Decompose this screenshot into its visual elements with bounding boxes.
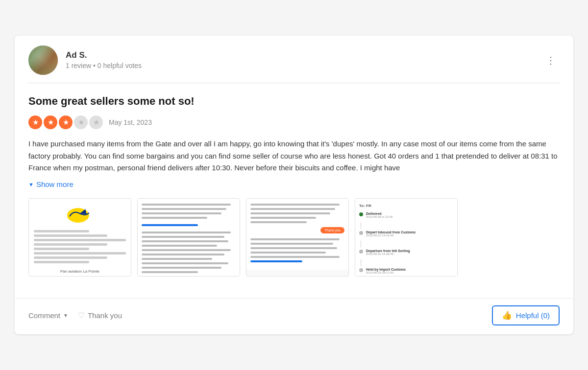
footer-left-actions: Comment ▼ ♡ Thank you	[28, 311, 122, 320]
tracking-dot-gray-2	[359, 250, 363, 254]
review-card: Ad S. 1 review • 0 helpful votes ⋮ Some …	[15, 36, 573, 334]
tracking-item-2: Départ Inbound from Customs 2013-06-22 1…	[359, 231, 453, 237]
dispute-chat-image	[138, 199, 240, 277]
comment-button[interactable]: Comment ▼	[28, 311, 68, 320]
star-1: ★	[28, 116, 42, 129]
star-5: ★	[89, 116, 103, 129]
tracking-image: To: FR Delivered 2013-06-26 m 11:49	[355, 199, 457, 277]
tracking-item-delivered: Delivered 2013-06-26 m 11:49	[359, 212, 453, 218]
review-image-3[interactable]: Thank you	[246, 198, 349, 277]
tracking-item-4: Held by Import Customs 2013-06-22 09:17:…	[359, 268, 453, 274]
rating-row: ★ ★ ★ ★ ★ May 1st, 2023	[28, 116, 560, 129]
star-3: ★	[59, 116, 73, 129]
star-2: ★	[44, 116, 57, 129]
user-text: Ad S. 1 review • 0 helpful votes	[66, 50, 142, 69]
show-more-label: Show more	[36, 180, 74, 188]
avatar	[28, 46, 58, 75]
star-rating: ★ ★ ★ ★ ★	[28, 116, 103, 129]
laposte-footer-label: Pari aviation La Pointe	[60, 269, 99, 274]
user-meta: 1 review • 0 helpful votes	[66, 62, 142, 69]
helpful-button[interactable]: 👍 Helpful (0)	[492, 305, 560, 325]
review-footer: Comment ▼ ♡ Thank you 👍 Helpful (0)	[15, 298, 573, 334]
tracking-dot-gray-1	[359, 231, 363, 235]
review-image-2[interactable]	[137, 198, 240, 277]
helpful-label: Helpful (0)	[516, 311, 550, 320]
review-image-4[interactable]: To: FR Delivered 2013-06-26 m 11:49	[355, 198, 458, 277]
review-date: May 1st, 2023	[109, 118, 152, 126]
user-header: Ad S. 1 review • 0 helpful votes ⋮	[15, 36, 573, 83]
review-images: Pari aviation La Pointe	[28, 198, 560, 277]
laposte-content	[34, 230, 126, 265]
user-name: Ad S.	[66, 50, 142, 60]
thankyou-chat-image: Thank you	[246, 199, 348, 270]
review-text: I have purchased many items from the Gat…	[28, 138, 560, 174]
more-options-button[interactable]: ⋮	[542, 51, 560, 69]
thumbs-up-icon: 👍	[502, 310, 512, 321]
chevron-down-icon: ▼	[63, 313, 68, 318]
thank-you-bubble: Thank you	[320, 227, 344, 233]
tracking-dot-green	[359, 212, 363, 216]
star-4: ★	[74, 116, 88, 129]
laposte-logo-icon	[65, 206, 95, 225]
heart-icon: ♡	[78, 311, 85, 320]
comment-label: Comment	[28, 311, 60, 320]
tracking-dot-gray-3	[359, 268, 363, 272]
thank-you-button[interactable]: ♡ Thank you	[78, 311, 122, 320]
tracking-header: To: FR	[359, 204, 453, 208]
chevron-down-icon: ▼	[28, 182, 34, 187]
thank-you-label: Thank you	[88, 311, 122, 320]
laposte-image: Pari aviation La Pointe	[29, 199, 131, 277]
review-body: Some great sellers some not so! ★ ★ ★ ★ …	[15, 83, 573, 298]
show-more-button[interactable]: ▼ Show more	[28, 180, 74, 188]
review-image-1[interactable]: Pari aviation La Pointe	[28, 198, 131, 277]
user-info: Ad S. 1 review • 0 helpful votes	[28, 46, 142, 75]
review-title: Some great sellers some not so!	[28, 95, 560, 108]
tracking-item-3: Departure from Intl Sorting 2013-06-22 1…	[359, 249, 453, 255]
